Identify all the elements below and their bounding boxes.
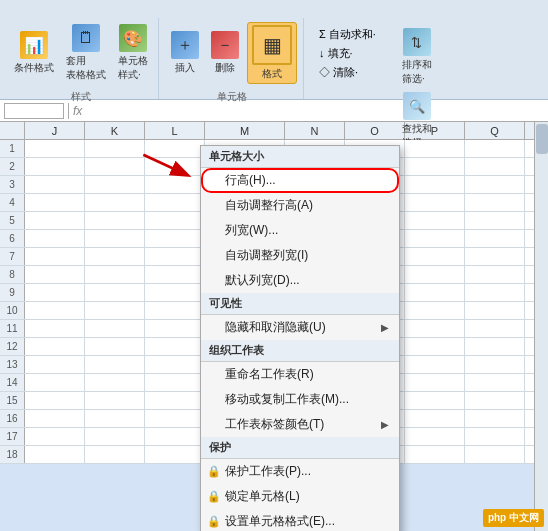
- cell[interactable]: [145, 374, 205, 391]
- default-col-item[interactable]: 默认列宽(D)...: [201, 268, 399, 293]
- format-button[interactable]: ▦ 格式: [247, 22, 297, 84]
- cell[interactable]: [85, 284, 145, 301]
- cell[interactable]: [145, 410, 205, 427]
- cell[interactable]: [465, 212, 525, 229]
- insert-button[interactable]: ＋ 插入: [167, 29, 203, 77]
- cell[interactable]: [85, 248, 145, 265]
- cell[interactable]: [465, 320, 525, 337]
- col-width-item[interactable]: 列宽(W)...: [201, 218, 399, 243]
- cell[interactable]: [405, 140, 465, 157]
- cell[interactable]: [465, 302, 525, 319]
- delete-button[interactable]: － 删除: [207, 29, 243, 77]
- cell[interactable]: [465, 410, 525, 427]
- cell[interactable]: [25, 284, 85, 301]
- cell[interactable]: [25, 410, 85, 427]
- cell[interactable]: [85, 428, 145, 445]
- cell[interactable]: [25, 194, 85, 211]
- cell[interactable]: [25, 428, 85, 445]
- cell[interactable]: [85, 194, 145, 211]
- cell[interactable]: [25, 356, 85, 373]
- cell[interactable]: [25, 230, 85, 247]
- rename-item[interactable]: 重命名工作表(R): [201, 362, 399, 387]
- cell[interactable]: [405, 266, 465, 283]
- cell[interactable]: [405, 446, 465, 463]
- cell[interactable]: [405, 374, 465, 391]
- cell[interactable]: [465, 428, 525, 445]
- cell[interactable]: [405, 194, 465, 211]
- auto-col-item[interactable]: 自动调整列宽(I): [201, 243, 399, 268]
- cell[interactable]: [85, 410, 145, 427]
- cell[interactable]: [25, 140, 85, 157]
- cell-style-button[interactable]: 🎨 单元格样式·: [114, 22, 152, 84]
- cell[interactable]: [465, 230, 525, 247]
- vertical-scrollbar[interactable]: [534, 122, 548, 531]
- lock-cell-item[interactable]: 🔒 锁定单元格(L): [201, 484, 399, 509]
- cell[interactable]: [465, 266, 525, 283]
- cell[interactable]: [145, 284, 205, 301]
- cell[interactable]: [465, 140, 525, 157]
- auto-row-item[interactable]: 自动调整行高(A): [201, 193, 399, 218]
- cell[interactable]: [145, 392, 205, 409]
- cell[interactable]: [145, 266, 205, 283]
- cell[interactable]: [405, 248, 465, 265]
- row-height-item[interactable]: 行高(H)...: [201, 168, 399, 193]
- hide-show-item[interactable]: 隐藏和取消隐藏(U) ▶: [201, 315, 399, 340]
- cell[interactable]: [145, 320, 205, 337]
- cell[interactable]: [25, 446, 85, 463]
- cell[interactable]: [465, 356, 525, 373]
- cell[interactable]: [25, 176, 85, 193]
- cell[interactable]: [405, 410, 465, 427]
- cell[interactable]: [405, 158, 465, 175]
- cell[interactable]: [85, 446, 145, 463]
- sort-button[interactable]: ⇅ 排序和筛选·: [395, 26, 439, 88]
- name-box[interactable]: [4, 103, 64, 119]
- cell[interactable]: [465, 392, 525, 409]
- cell[interactable]: [145, 212, 205, 229]
- cell[interactable]: [85, 212, 145, 229]
- cell[interactable]: [25, 158, 85, 175]
- cell[interactable]: [85, 230, 145, 247]
- cell[interactable]: [25, 212, 85, 229]
- cell[interactable]: [85, 338, 145, 355]
- move-copy-item[interactable]: 移动或复制工作表(M)...: [201, 387, 399, 412]
- tab-color-item[interactable]: 工作表标签颜色(T) ▶: [201, 412, 399, 437]
- cell[interactable]: [85, 266, 145, 283]
- cell[interactable]: [85, 302, 145, 319]
- cell[interactable]: [465, 374, 525, 391]
- cell[interactable]: [85, 374, 145, 391]
- conditional-format-button[interactable]: 📊 条件格式: [10, 29, 58, 77]
- fill-item[interactable]: ↓ 填充·: [316, 45, 379, 62]
- cell[interactable]: [405, 302, 465, 319]
- cell[interactable]: [405, 284, 465, 301]
- cell[interactable]: [25, 338, 85, 355]
- cell[interactable]: [405, 230, 465, 247]
- cell[interactable]: [465, 176, 525, 193]
- cell[interactable]: [405, 320, 465, 337]
- cell[interactable]: [85, 320, 145, 337]
- cell[interactable]: [465, 158, 525, 175]
- cell[interactable]: [405, 176, 465, 193]
- cell[interactable]: [25, 374, 85, 391]
- cell[interactable]: [145, 356, 205, 373]
- cell[interactable]: [465, 338, 525, 355]
- cell[interactable]: [145, 194, 205, 211]
- cell[interactable]: [465, 194, 525, 211]
- cell[interactable]: [405, 392, 465, 409]
- table-format-button[interactable]: 🗒 套用表格格式: [62, 22, 110, 84]
- protect-sheet-item[interactable]: 🔒 保护工作表(P)...: [201, 459, 399, 484]
- autosum-item[interactable]: Σ 自动求和·: [316, 26, 379, 43]
- cell[interactable]: [25, 266, 85, 283]
- cell[interactable]: [85, 356, 145, 373]
- format-cell-item[interactable]: 🔒 设置单元格格式(E)...: [201, 509, 399, 531]
- cell[interactable]: [85, 392, 145, 409]
- cell[interactable]: [145, 338, 205, 355]
- cell[interactable]: [405, 338, 465, 355]
- cell[interactable]: [405, 356, 465, 373]
- cell[interactable]: [145, 428, 205, 445]
- cell[interactable]: [465, 284, 525, 301]
- clear-item[interactable]: ◇ 清除·: [316, 64, 379, 81]
- cell[interactable]: [465, 446, 525, 463]
- scrollbar-thumb[interactable]: [536, 124, 548, 154]
- cell[interactable]: [465, 248, 525, 265]
- cell[interactable]: [25, 320, 85, 337]
